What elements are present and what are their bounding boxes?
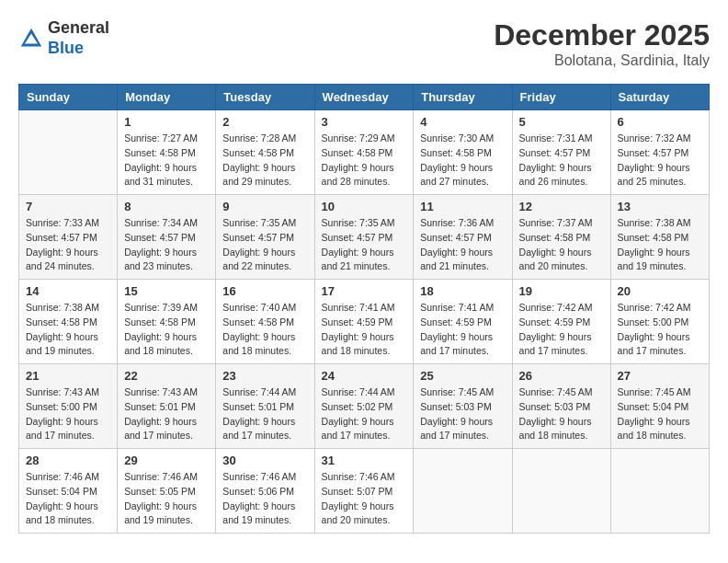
calendar-cell: 8Sunrise: 7:34 AMSunset: 4:57 PMDaylight… <box>118 195 216 280</box>
day-number: 24 <box>322 369 407 383</box>
weekday-header-sunday: Sunday <box>19 85 118 110</box>
calendar-cell: 4Sunrise: 7:30 AMSunset: 4:58 PMDaylight… <box>414 110 512 195</box>
weekday-header-tuesday: Tuesday <box>216 85 314 110</box>
calendar-cell: 26Sunrise: 7:45 AMSunset: 5:03 PMDayligh… <box>512 364 610 449</box>
weekday-header-row: SundayMondayTuesdayWednesdayThursdayFrid… <box>19 85 710 110</box>
day-info: Sunrise: 7:43 AMSunset: 5:00 PMDaylight:… <box>26 385 110 443</box>
day-info: Sunrise: 7:44 AMSunset: 5:02 PMDaylight:… <box>322 385 407 443</box>
day-number: 3 <box>322 115 407 129</box>
calendar-cell: 7Sunrise: 7:33 AMSunset: 4:57 PMDaylight… <box>19 195 118 280</box>
day-info: Sunrise: 7:42 AMSunset: 5:00 PMDaylight:… <box>618 301 702 359</box>
logo-icon <box>18 26 44 52</box>
day-number: 16 <box>222 284 307 298</box>
day-number: 10 <box>322 200 407 213</box>
location-title: Bolotana, Sardinia, Italy <box>494 52 710 69</box>
day-info: Sunrise: 7:30 AMSunset: 4:58 PMDaylight:… <box>420 132 505 190</box>
logo-general: General <box>48 18 109 37</box>
day-info: Sunrise: 7:38 AMSunset: 4:58 PMDaylight:… <box>618 216 702 274</box>
calendar-week-row: 7Sunrise: 7:33 AMSunset: 4:57 PMDaylight… <box>19 195 710 280</box>
calendar-cell: 31Sunrise: 7:46 AMSunset: 5:07 PMDayligh… <box>314 449 414 534</box>
calendar-cell: 6Sunrise: 7:32 AMSunset: 4:57 PMDaylight… <box>610 110 709 195</box>
weekday-header-monday: Monday <box>118 85 216 110</box>
day-info: Sunrise: 7:46 AMSunset: 5:04 PMDaylight:… <box>26 470 110 528</box>
day-number: 22 <box>124 369 209 383</box>
calendar-cell: 10Sunrise: 7:35 AMSunset: 4:57 PMDayligh… <box>314 195 414 280</box>
calendar-cell: 1Sunrise: 7:27 AMSunset: 4:58 PMDaylight… <box>118 110 216 195</box>
day-info: Sunrise: 7:41 AMSunset: 4:59 PMDaylight:… <box>322 301 407 359</box>
day-number: 8 <box>124 200 209 213</box>
day-number: 23 <box>222 369 307 383</box>
logo-text: General Blue <box>48 18 109 58</box>
day-info: Sunrise: 7:34 AMSunset: 4:57 PMDaylight:… <box>124 216 209 274</box>
title-block: December 2025 Bolotana, Sardinia, Italy <box>494 18 710 69</box>
calendar-cell: 19Sunrise: 7:42 AMSunset: 4:59 PMDayligh… <box>512 280 610 364</box>
month-title: December 2025 <box>494 18 710 52</box>
day-info: Sunrise: 7:35 AMSunset: 4:57 PMDaylight:… <box>322 216 407 274</box>
calendar-cell: 18Sunrise: 7:41 AMSunset: 4:59 PMDayligh… <box>414 280 512 364</box>
day-number: 9 <box>222 200 307 213</box>
day-info: Sunrise: 7:39 AMSunset: 4:58 PMDaylight:… <box>124 301 209 359</box>
logo-blue: Blue <box>48 39 84 57</box>
day-info: Sunrise: 7:46 AMSunset: 5:06 PMDaylight:… <box>222 470 307 528</box>
day-number: 5 <box>519 115 604 129</box>
calendar-week-row: 14Sunrise: 7:38 AMSunset: 4:58 PMDayligh… <box>19 280 710 364</box>
day-number: 6 <box>618 115 702 129</box>
calendar-cell: 15Sunrise: 7:39 AMSunset: 4:58 PMDayligh… <box>118 280 216 364</box>
calendar-cell: 21Sunrise: 7:43 AMSunset: 5:00 PMDayligh… <box>19 364 118 449</box>
calendar-cell: 29Sunrise: 7:46 AMSunset: 5:05 PMDayligh… <box>118 449 216 534</box>
weekday-header-friday: Friday <box>512 85 610 110</box>
day-info: Sunrise: 7:45 AMSunset: 5:03 PMDaylight:… <box>519 385 604 443</box>
day-number: 30 <box>222 454 307 467</box>
day-number: 2 <box>222 115 307 129</box>
calendar-table: SundayMondayTuesdayWednesdayThursdayFrid… <box>18 84 710 534</box>
calendar-cell <box>19 110 118 195</box>
calendar-cell: 27Sunrise: 7:45 AMSunset: 5:04 PMDayligh… <box>610 364 709 449</box>
day-number: 7 <box>26 200 110 213</box>
day-number: 15 <box>124 284 209 298</box>
calendar-cell: 23Sunrise: 7:44 AMSunset: 5:01 PMDayligh… <box>216 364 314 449</box>
calendar-cell: 16Sunrise: 7:40 AMSunset: 4:58 PMDayligh… <box>216 280 314 364</box>
calendar-cell: 14Sunrise: 7:38 AMSunset: 4:58 PMDayligh… <box>19 280 118 364</box>
calendar-cell: 2Sunrise: 7:28 AMSunset: 4:58 PMDaylight… <box>216 110 314 195</box>
day-number: 21 <box>26 369 110 383</box>
day-number: 26 <box>519 369 604 383</box>
day-number: 29 <box>124 454 209 467</box>
calendar-week-row: 1Sunrise: 7:27 AMSunset: 4:58 PMDaylight… <box>19 110 710 195</box>
calendar-cell <box>610 449 709 534</box>
calendar-cell: 20Sunrise: 7:42 AMSunset: 5:00 PMDayligh… <box>610 280 709 364</box>
day-number: 17 <box>322 284 407 298</box>
calendar-cell: 13Sunrise: 7:38 AMSunset: 4:58 PMDayligh… <box>610 195 709 280</box>
day-info: Sunrise: 7:36 AMSunset: 4:57 PMDaylight:… <box>420 216 505 274</box>
calendar-cell: 11Sunrise: 7:36 AMSunset: 4:57 PMDayligh… <box>414 195 512 280</box>
day-info: Sunrise: 7:38 AMSunset: 4:58 PMDaylight:… <box>26 301 110 359</box>
calendar-cell: 25Sunrise: 7:45 AMSunset: 5:03 PMDayligh… <box>414 364 512 449</box>
day-number: 4 <box>420 115 505 129</box>
day-number: 20 <box>618 284 702 298</box>
day-info: Sunrise: 7:31 AMSunset: 4:57 PMDaylight:… <box>519 132 604 190</box>
logo: General Blue <box>18 18 109 58</box>
calendar-cell <box>512 449 610 534</box>
day-info: Sunrise: 7:40 AMSunset: 4:58 PMDaylight:… <box>222 301 307 359</box>
day-info: Sunrise: 7:43 AMSunset: 5:01 PMDaylight:… <box>124 385 209 443</box>
calendar-cell: 22Sunrise: 7:43 AMSunset: 5:01 PMDayligh… <box>118 364 216 449</box>
day-info: Sunrise: 7:29 AMSunset: 4:58 PMDaylight:… <box>322 132 407 190</box>
calendar-cell <box>414 449 512 534</box>
day-info: Sunrise: 7:42 AMSunset: 4:59 PMDaylight:… <box>519 301 604 359</box>
calendar-cell: 17Sunrise: 7:41 AMSunset: 4:59 PMDayligh… <box>314 280 414 364</box>
calendar-cell: 30Sunrise: 7:46 AMSunset: 5:06 PMDayligh… <box>216 449 314 534</box>
day-number: 28 <box>26 454 110 467</box>
day-info: Sunrise: 7:32 AMSunset: 4:57 PMDaylight:… <box>618 132 702 190</box>
weekday-header-thursday: Thursday <box>414 85 512 110</box>
calendar-cell: 24Sunrise: 7:44 AMSunset: 5:02 PMDayligh… <box>314 364 414 449</box>
day-info: Sunrise: 7:46 AMSunset: 5:05 PMDaylight:… <box>124 470 209 528</box>
day-info: Sunrise: 7:45 AMSunset: 5:04 PMDaylight:… <box>618 385 702 443</box>
day-number: 27 <box>618 369 702 383</box>
calendar-week-row: 28Sunrise: 7:46 AMSunset: 5:04 PMDayligh… <box>19 449 710 534</box>
day-number: 25 <box>420 369 505 383</box>
calendar-cell: 28Sunrise: 7:46 AMSunset: 5:04 PMDayligh… <box>19 449 118 534</box>
day-number: 12 <box>519 200 604 213</box>
day-info: Sunrise: 7:45 AMSunset: 5:03 PMDaylight:… <box>420 385 505 443</box>
calendar-cell: 9Sunrise: 7:35 AMSunset: 4:57 PMDaylight… <box>216 195 314 280</box>
day-number: 31 <box>322 454 407 467</box>
day-info: Sunrise: 7:46 AMSunset: 5:07 PMDaylight:… <box>322 470 407 528</box>
